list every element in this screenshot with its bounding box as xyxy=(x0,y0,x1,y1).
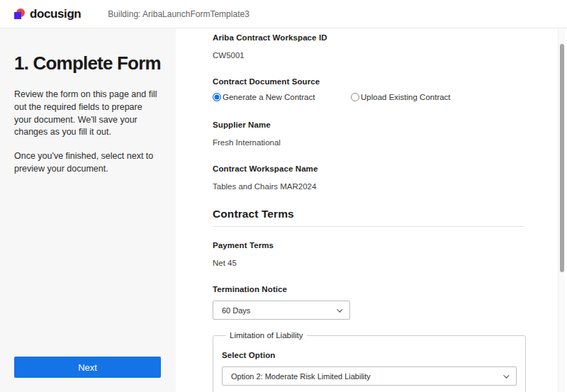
scrollbar-thumb[interactable] xyxy=(560,44,564,272)
app-header: docusign Building: AribaLaunchFormTempla… xyxy=(0,0,567,28)
step-title: 1. Complete Form xyxy=(14,52,162,74)
docusign-logo-icon xyxy=(14,9,25,19)
supplier-name-label: Supplier Name xyxy=(213,121,524,129)
radio-upload-existing-contract[interactable]: Upload Existing Contract xyxy=(351,93,451,101)
limitation-of-liability-legend: Limitation of Liability xyxy=(226,331,307,340)
limitation-of-liability-fieldset: Limitation of Liability Select Option Op… xyxy=(213,331,526,392)
chevron-down-icon xyxy=(503,372,509,378)
select-option-label: Select Option xyxy=(222,351,517,359)
contract-terms-section-title: Contract Terms xyxy=(213,208,524,220)
docusign-logo: docusign xyxy=(14,7,81,21)
chevron-down-icon xyxy=(337,306,342,312)
building-template-label: Building: AribaLaunchFormTemplate3 xyxy=(108,9,249,19)
payment-terms-label: Payment Terms xyxy=(213,241,524,250)
supplier-name-value: Fresh International xyxy=(213,138,524,147)
section-divider xyxy=(213,226,524,227)
radio-unselected-icon[interactable] xyxy=(351,93,359,101)
instructions-paragraph-1: Review the form on this page and fill ou… xyxy=(14,89,162,139)
liability-option-select[interactable]: Option 2: Moderate Risk Limited Liabilit… xyxy=(222,366,517,386)
form-panel: Ariba Contract Workspace ID CW5001 Contr… xyxy=(176,28,567,392)
radio-selected-icon[interactable] xyxy=(213,93,221,101)
radio-generate-label: Generate a New Contract xyxy=(223,93,315,101)
docusign-logo-text: docusign xyxy=(30,7,81,21)
document-source-radio-group: Generate a New Contract Upload Existing … xyxy=(213,93,524,101)
sidebar: 1. Complete Form Review the form on this… xyxy=(0,28,176,392)
document-source-label: Contract Document Source xyxy=(213,77,524,86)
scrollbar-track[interactable] xyxy=(558,28,565,392)
radio-upload-label: Upload Existing Contract xyxy=(361,93,451,101)
next-button[interactable]: Next xyxy=(14,357,161,378)
logo-purple-square-icon xyxy=(14,12,21,19)
termination-notice-select[interactable]: 60 Days xyxy=(213,301,350,320)
liability-option-selected-value: Option 2: Moderate Risk Limited Liabilit… xyxy=(231,372,371,381)
payment-terms-value: Net 45 xyxy=(213,259,524,267)
workspace-id-label: Ariba Contract Workspace ID xyxy=(213,33,524,42)
termination-notice-selected-value: 60 Days xyxy=(222,306,250,315)
radio-generate-new-contract[interactable]: Generate a New Contract xyxy=(213,93,351,101)
termination-notice-label: Termination Notice xyxy=(213,285,524,293)
workspace-name-label: Contract Workspace Name xyxy=(213,164,524,173)
workspace-name-value: Tables and Chairs MAR2024 xyxy=(213,182,524,191)
instructions-paragraph-2: Once you've finished, select next to pre… xyxy=(14,150,162,176)
workspace-id-value: CW5001 xyxy=(213,51,524,60)
